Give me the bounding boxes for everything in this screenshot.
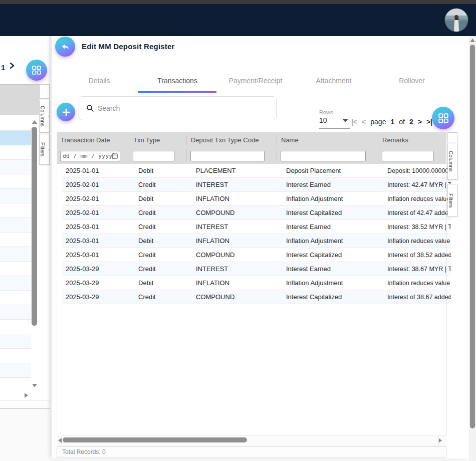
background-columns-tab-label: Columns xyxy=(40,106,46,126)
table-row[interactable]: 2025-02-01 Credit COMPOUND Interest Capi… xyxy=(62,206,451,220)
table-body: 2025-01-01 Debit PLACEMENT Deposit Place… xyxy=(57,164,446,304)
previous-page-button[interactable]: < xyxy=(362,118,366,126)
first-page-button[interactable]: |< xyxy=(351,118,357,126)
cell-transaction-date: 2025-01-01 xyxy=(62,167,134,174)
deposit-txn-type-code-filter-input[interactable] xyxy=(190,151,265,161)
total-pages-number: 2 xyxy=(409,118,413,126)
background-scroll-up-arrow[interactable] xyxy=(32,120,37,124)
cell-name: Interest Capitalized xyxy=(282,251,383,259)
cell-code: INFLATION xyxy=(192,237,282,245)
filters-side-tab-label: Filters xyxy=(448,193,454,208)
table-row[interactable]: 2025-01-01 Debit PLACEMENT Deposit Place… xyxy=(62,164,451,178)
background-columns-tab[interactable]: Columns xyxy=(39,100,50,133)
background-scroll-down-arrow[interactable] xyxy=(32,384,37,387)
column-header-remarks[interactable]: Remarks xyxy=(378,135,446,145)
cell-code: INFLATION xyxy=(192,195,282,202)
cell-txn-type: Credit xyxy=(134,265,192,273)
rows-dropdown-arrow-icon[interactable] xyxy=(342,119,348,122)
cell-transaction-date: 2025-03-01 xyxy=(62,237,134,245)
cell-txn-type: Credit xyxy=(134,293,192,301)
background-selected-row[interactable] xyxy=(0,131,31,145)
divider xyxy=(52,93,468,93)
next-page-button[interactable]: > xyxy=(418,118,422,126)
calendar-icon[interactable] xyxy=(112,153,118,159)
back-button[interactable] xyxy=(55,37,75,57)
scroll-left-arrow[interactable] xyxy=(58,438,62,443)
cell-code: PLACEMENT xyxy=(192,167,282,174)
divider xyxy=(319,128,350,129)
divider xyxy=(57,132,57,435)
back-arrow-icon xyxy=(60,42,70,52)
divider xyxy=(0,100,39,100)
cell-transaction-date: 2025-03-29 xyxy=(62,279,134,287)
tab-details[interactable]: Details xyxy=(60,73,138,93)
table-row[interactable]: 2025-03-01 Credit COMPOUND Interest Capi… xyxy=(62,248,451,262)
table-filter-row xyxy=(57,148,446,164)
window-top-strip xyxy=(0,0,476,4)
page-word: page xyxy=(370,118,386,126)
scrollbar-corner xyxy=(438,435,446,446)
table-row[interactable]: 2025-02-01 Credit INTEREST Interest Earn… xyxy=(62,178,451,192)
txn-type-filter-input[interactable] xyxy=(133,151,174,161)
transaction-date-filter-input[interactable] xyxy=(60,151,120,161)
column-header-deposit-txn-type-code[interactable]: Deposit Txn Type Code xyxy=(187,135,277,145)
cell-transaction-date: 2025-03-29 xyxy=(62,293,134,301)
cell-name: Interest Capitalized xyxy=(282,293,383,301)
background-next-page-icon[interactable] xyxy=(9,62,16,71)
name-filter-input[interactable] xyxy=(281,151,366,161)
grid-view-button[interactable] xyxy=(432,107,454,129)
rows-per-page-label: Rows xyxy=(319,109,333,115)
window-scroll-up-arrow[interactable] xyxy=(470,39,475,42)
table-row[interactable]: 2025-02-01 Debit INFLATION Inflation Adj… xyxy=(62,192,451,206)
tab-attachment[interactable]: Attachment xyxy=(295,73,373,93)
total-records-text: Total Records: 0 xyxy=(62,448,106,455)
avatar-photo xyxy=(445,9,468,32)
cell-txn-type: Debit xyxy=(134,167,192,174)
table-row[interactable]: 2025-03-01 Debit INFLATION Inflation Adj… xyxy=(62,234,451,248)
background-filters-tab[interactable]: Filters xyxy=(39,134,50,165)
filters-side-tab[interactable]: Filters xyxy=(447,184,457,217)
column-header-name[interactable]: Name xyxy=(277,135,378,145)
cell-name: Interest Earned xyxy=(282,223,383,231)
horizontal-scrollbar-thumb[interactable] xyxy=(63,437,247,442)
window-vertical-scrollbar-thumb[interactable] xyxy=(470,45,475,428)
columns-side-tab-label: Columns xyxy=(448,151,454,171)
cell-remarks: Interest of 42.47 added xyxy=(383,209,451,216)
cell-name: Interest Capitalized xyxy=(282,209,383,216)
search-input[interactable] xyxy=(98,104,258,112)
cell-transaction-date: 2025-03-01 xyxy=(62,223,134,231)
table-row[interactable]: 2025-03-29 Debit INFLATION Inflation Adj… xyxy=(62,276,451,290)
cell-code: INTEREST xyxy=(192,181,282,188)
add-transaction-button[interactable] xyxy=(57,103,75,121)
table-row[interactable]: 2025-03-01 Credit INTEREST Interest Earn… xyxy=(62,220,451,234)
background-vertical-scrollbar-thumb[interactable] xyxy=(32,127,37,326)
rows-per-page-select[interactable]: 10 xyxy=(319,116,327,124)
column-header-transaction-date[interactable]: Transaction Date xyxy=(57,135,129,145)
table-row[interactable]: 2025-03-29 Credit INTEREST Interest Earn… xyxy=(62,262,451,276)
remarks-filter-input[interactable] xyxy=(382,151,434,161)
background-page-panel: 1 Columns Filters xyxy=(0,36,50,409)
tab-transactions[interactable]: Transactions xyxy=(138,73,216,93)
background-footer-strip xyxy=(0,400,50,409)
table-row[interactable]: 2025-03-29 Credit COMPOUND Interest Capi… xyxy=(62,290,451,304)
tab-payment-receipt[interactable]: Payment/Receipt xyxy=(216,73,295,93)
search-icon xyxy=(86,104,94,112)
table-header-row: Transaction Date Txn Type Deposit Txn Ty… xyxy=(57,132,446,148)
tab-rollover[interactable]: Rollover xyxy=(373,73,451,93)
cell-code: COMPOUND xyxy=(192,293,282,301)
user-avatar[interactable] xyxy=(445,9,468,32)
column-header-txn-type[interactable]: Txn Type xyxy=(129,135,187,145)
background-grid-view-button[interactable] xyxy=(26,60,47,81)
cell-remarks: Inflation reduces value xyxy=(383,195,451,202)
cell-transaction-date: 2025-03-01 xyxy=(62,251,134,259)
cell-remarks: Inflation reduces value xyxy=(383,280,451,287)
cell-remarks: Interest of 38.52 added xyxy=(383,252,451,259)
background-scroll-right-arrow[interactable] xyxy=(25,393,28,398)
cell-name: Interest Earned xyxy=(282,181,383,188)
columns-icon xyxy=(48,114,49,119)
background-page-number: 1 xyxy=(1,63,5,72)
cell-name: Inflation Adjustment xyxy=(282,279,383,287)
pagination: |< < page 1 of 2 > >| xyxy=(351,115,432,128)
cell-code: COMPOUND xyxy=(192,209,282,216)
columns-side-tab[interactable]: Columns xyxy=(447,143,457,180)
